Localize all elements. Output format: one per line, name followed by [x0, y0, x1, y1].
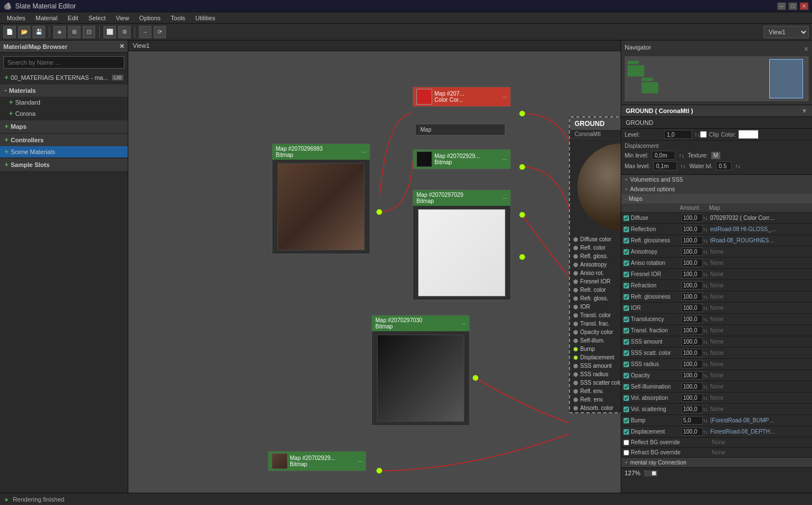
- toolbar-sep2: [99, 26, 100, 38]
- tree-section-maps[interactable]: + Maps: [0, 120, 128, 133]
- map-amount-17[interactable]: [681, 405, 703, 413]
- map-check-4[interactable]: [623, 260, 629, 266]
- map-amount-6[interactable]: [681, 281, 703, 290]
- node-map297030[interactable]: Map #2070297030 Bitmap ···: [371, 315, 470, 426]
- search-input[interactable]: [3, 56, 124, 69]
- menu-view[interactable]: View: [111, 13, 134, 22]
- toolbar-open[interactable]: 📂: [18, 26, 30, 38]
- node-map297029a[interactable]: Map #20702929... Bitmap ···: [412, 149, 511, 169]
- map-check-15[interactable]: [623, 384, 629, 390]
- map-check-13[interactable]: [623, 362, 629, 367]
- color-swatch[interactable]: [738, 130, 759, 139]
- toolbar-btn1[interactable]: ◈: [53, 26, 66, 38]
- map-amount-18[interactable]: [681, 416, 703, 425]
- map-amount-9[interactable]: [681, 315, 703, 323]
- tree-item-corona[interactable]: + Corona: [0, 108, 128, 119]
- map-amount-5[interactable]: [681, 270, 703, 278]
- toolbar-btn6[interactable]: →: [139, 26, 151, 38]
- map-amount-13[interactable]: [681, 360, 703, 368]
- max-level-input[interactable]: [653, 161, 677, 170]
- view-dropdown[interactable]: View1: [764, 26, 809, 38]
- map-amount-1[interactable]: [681, 225, 703, 233]
- map-row-opacity: Opacity ↑↓ None: [621, 370, 812, 381]
- node-map297029b[interactable]: Map #2070297029 Bitmap ···: [412, 190, 511, 300]
- menu-modes[interactable]: Modes: [2, 13, 30, 22]
- close-button[interactable]: ✕: [800, 2, 809, 10]
- map-amount-16[interactable]: [681, 394, 703, 402]
- map-check-1[interactable]: [623, 227, 629, 232]
- section-maps[interactable]: - Maps: [621, 194, 812, 204]
- section-volumetrics[interactable]: + Volumetrics and SSS: [621, 175, 812, 184]
- water-input[interactable]: [716, 161, 732, 170]
- node-map207-title: Map #207...: [434, 91, 464, 97]
- props-expand-icon[interactable]: ▼: [801, 107, 807, 114]
- menu-utilities[interactable]: Utilities: [191, 13, 219, 22]
- map-amount-10[interactable]: [681, 326, 703, 335]
- map-check-11[interactable]: [623, 339, 629, 345]
- node-map207[interactable]: Map #207... Color Cor... ···: [412, 87, 511, 107]
- browser-close-button[interactable]: ✕: [119, 43, 124, 50]
- map-check-18[interactable]: [623, 418, 629, 423]
- menu-tools[interactable]: Tools: [166, 13, 190, 22]
- map-check-0[interactable]: [623, 215, 629, 221]
- map-check-19[interactable]: [623, 429, 629, 435]
- ground-material-node[interactable]: GROUND ─ CoronaMtl Diffuse color Refl. c…: [569, 116, 621, 413]
- section-mental-ray[interactable]: + mental ray Connection: [621, 458, 812, 467]
- toolbar-btn5[interactable]: ⚙: [118, 26, 131, 38]
- map-amount-3[interactable]: [681, 247, 703, 256]
- map-check-5[interactable]: [623, 272, 629, 277]
- map-check-21[interactable]: [623, 450, 629, 456]
- section-advanced[interactable]: + Advanced options: [621, 184, 812, 194]
- tree-item-standard[interactable]: + Standard: [0, 97, 128, 108]
- map-amount-4[interactable]: [681, 259, 703, 267]
- clip-checkbox[interactable]: [700, 131, 707, 138]
- tree-section-sample[interactable]: + Sample Slots: [0, 159, 128, 171]
- map-row-transl.-fraction: Transl. fraction ↑↓ None: [621, 325, 812, 336]
- map-check-9[interactable]: [623, 317, 629, 322]
- map-amount-8[interactable]: [681, 304, 703, 312]
- toolbar-btn4[interactable]: ⬜: [104, 26, 116, 38]
- map-check-14[interactable]: [623, 373, 629, 378]
- toolbar-save[interactable]: 💾: [33, 26, 45, 38]
- minimize-button[interactable]: ─: [777, 2, 786, 10]
- canvas-area[interactable]: View1 Map #207...: [128, 40, 621, 505]
- map-amount-19[interactable]: [681, 427, 703, 436]
- tree-item-externas[interactable]: + 00_MATERIAIS EXTERNAS - ma... LIB: [0, 72, 128, 83]
- map-check-17[interactable]: [623, 407, 629, 412]
- node-map296993[interactable]: Map #2070296993 Bitmap ···: [272, 143, 370, 254]
- map-amount-15[interactable]: [681, 382, 703, 391]
- map-amount-14[interactable]: [681, 371, 703, 380]
- map-check-7[interactable]: [623, 294, 629, 300]
- toolbar-btn7[interactable]: ⟳: [154, 26, 166, 38]
- navigator-close[interactable]: ✕: [804, 46, 809, 53]
- map-check-2[interactable]: [623, 238, 629, 244]
- maximize-button[interactable]: □: [788, 2, 797, 10]
- map-amount-0[interactable]: [681, 214, 703, 222]
- map-check-20[interactable]: [623, 440, 629, 445]
- node-map297029c[interactable]: Map #20702929... Bitmap ···: [268, 451, 366, 471]
- map-amount-11[interactable]: [681, 337, 703, 346]
- map-check-6[interactable]: [623, 283, 629, 288]
- menu-select[interactable]: Select: [84, 13, 110, 22]
- map-check-10[interactable]: [623, 328, 629, 333]
- map-check-3[interactable]: [623, 249, 629, 255]
- menu-options[interactable]: Options: [134, 13, 165, 22]
- map-amount-2[interactable]: [681, 236, 703, 245]
- menu-edit[interactable]: Edit: [63, 13, 83, 22]
- map-amount-7[interactable]: [681, 292, 703, 301]
- menu-material[interactable]: Material: [31, 13, 62, 22]
- tree-section-materials[interactable]: - Materials: [0, 84, 128, 97]
- map-check-8[interactable]: [623, 305, 629, 311]
- section-maps-label: Maps: [629, 196, 642, 202]
- map-check-12[interactable]: [623, 350, 629, 356]
- tree-section-controllers[interactable]: + Controllers: [0, 134, 128, 146]
- section-mental-ray-label: mental ray Connection: [630, 459, 687, 466]
- map-check-16[interactable]: [623, 395, 629, 401]
- min-level-input[interactable]: [652, 151, 675, 160]
- map-amount-12[interactable]: [681, 349, 703, 357]
- tree-item-scene-materials[interactable]: + Scene Materials: [0, 146, 128, 157]
- toolbar-btn2[interactable]: ⊞: [68, 26, 80, 38]
- toolbar-new[interactable]: 📄: [3, 26, 16, 38]
- toolbar-btn3[interactable]: ⊡: [83, 26, 95, 38]
- level-input[interactable]: [664, 130, 692, 139]
